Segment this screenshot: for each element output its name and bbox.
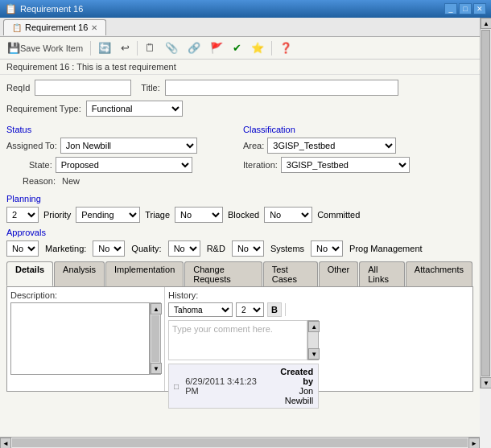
state-label: State: — [29, 160, 52, 170]
priority-select[interactable]: Pending — [76, 207, 140, 223]
help-button[interactable]: ❓ — [275, 39, 296, 57]
attach-icon: 📎 — [165, 42, 178, 54]
check-icon: ✔ — [233, 42, 241, 54]
document-tab-bar: 📋 Requirement 16 ✕ — [0, 18, 491, 37]
tab-analysis[interactable]: Analysis — [54, 261, 105, 286]
tab-other[interactable]: Other — [319, 261, 359, 286]
bold-button[interactable]: B — [267, 302, 282, 317]
maximize-button[interactable]: □ — [459, 3, 472, 14]
main-scrollbar-horizontal: ◄ ► — [0, 437, 480, 448]
approvals-row: No Marketing: No Quality: No R&D No Syst… — [6, 240, 473, 257]
toolbar: 💾 Save Work Item 🔄 ↩ 🗒 📎 🔗 🚩 — [0, 37, 480, 60]
tab-icon: 📋 — [12, 23, 22, 32]
history-date: 6/29/2011 3:41:23 PM — [185, 376, 261, 396]
tab-details[interactable]: Details — [6, 261, 53, 286]
history-label: History: — [168, 290, 319, 300]
reqid-input[interactable]: 1.3 — [35, 80, 131, 96]
systems-select[interactable]: No — [311, 240, 343, 257]
main-scrollbar-vertical: ▲ ▼ — [480, 18, 491, 388]
desc-scroll-up[interactable]: ▲ — [151, 303, 162, 314]
toolbar-icon4-button[interactable]: 🚩 — [206, 39, 227, 57]
copy-icon: 🗒 — [145, 42, 155, 54]
approvals-main-select[interactable]: No — [6, 240, 39, 257]
scroll-left-button[interactable]: ◄ — [0, 438, 11, 448]
state-field: State: Proposed — [6, 157, 237, 173]
history-entry-row: □ 6/29/2011 3:41:23 PM Created by Jon Ne… — [168, 364, 319, 409]
toolbar-icon6-button[interactable]: ⭐ — [247, 39, 268, 57]
tab-close-button[interactable]: ✕ — [91, 23, 97, 32]
comment-area: Type your comment here. ▲ ▼ — [168, 320, 319, 360]
reqtype-select[interactable]: Functional — [86, 101, 183, 117]
comment-box[interactable]: Type your comment here. — [168, 320, 307, 360]
rd-label: R&D — [207, 244, 225, 253]
iteration-label: Iteration: — [243, 160, 278, 170]
rd-select[interactable]: No — [232, 240, 264, 257]
history-checkbox-icon: □ — [174, 382, 179, 391]
toolbar-separator-3 — [271, 41, 272, 55]
quality-select[interactable]: No — [168, 240, 200, 257]
toolbar-icon3-button[interactable]: 🔗 — [184, 39, 204, 57]
comment-scroll-track — [308, 332, 318, 348]
tab-test-cases[interactable]: Test Cases — [263, 261, 318, 286]
comment-scroll-up[interactable]: ▲ — [308, 321, 320, 332]
refresh-button[interactable]: 🔄 — [94, 39, 115, 57]
tab-attachments[interactable]: Attachments — [406, 261, 472, 286]
refresh-icon: 🔄 — [98, 42, 111, 54]
approvals-section: Approvals No Marketing: No Quality: No R… — [6, 228, 473, 257]
tab-implementation[interactable]: Implementation — [105, 261, 184, 286]
font-select[interactable]: Tahoma — [168, 302, 233, 317]
title-bar: 📋 Requirement 16 _ □ ✕ — [0, 0, 491, 18]
description-editor: ▲ ▼ — [10, 302, 161, 375]
toolbar-icon2-button[interactable]: 📎 — [161, 39, 182, 57]
classification-header: Classification — [243, 125, 473, 134]
planning-row: 2 Priority Pending Triage No Blocked No … — [6, 207, 473, 223]
triage-select[interactable]: No — [175, 207, 223, 223]
save-icon: 💾 — [7, 42, 20, 54]
undo-button[interactable]: ↩ — [117, 39, 134, 57]
history-author: Created by Jon Newbill — [274, 367, 313, 405]
iteration-select[interactable]: 3GISP_Testbed — [281, 157, 410, 173]
toolbar-icon1-button[interactable]: 🗒 — [141, 39, 159, 57]
tab-content-area: Description: ▲ ▼ — [6, 287, 473, 392]
scroll-thumb[interactable] — [481, 30, 490, 376]
planning-num-select[interactable]: 2 — [6, 207, 39, 223]
blocked-label: Blocked — [228, 210, 259, 220]
close-button[interactable]: ✕ — [473, 3, 486, 14]
description-label: Description: — [10, 290, 161, 300]
reason-value: New — [62, 176, 80, 186]
marketing-select[interactable]: No — [93, 240, 125, 257]
undo-icon: ↩ — [121, 42, 130, 54]
history-formatting-toolbar: Tahoma 2 B — [168, 302, 319, 317]
systems-label: Systems — [270, 244, 304, 253]
approvals-header: Approvals — [6, 228, 473, 237]
description-textarea[interactable] — [10, 302, 150, 375]
comment-scroll-down[interactable]: ▼ — [308, 348, 320, 360]
main-form: ReqId 1.3 Title: This is a test requirem… — [0, 75, 480, 446]
area-select[interactable]: 3GISP_Testbed — [267, 138, 396, 154]
title-input[interactable]: This is a test requirement — [165, 80, 398, 96]
assigned-to-select[interactable]: Jon Newbill — [60, 138, 197, 154]
tab-change-requests[interactable]: Change Requests — [184, 261, 262, 286]
scroll-down-button[interactable]: ▼ — [481, 377, 491, 388]
reqid-title-row: ReqId 1.3 Title: This is a test requirem… — [6, 80, 473, 96]
quality-label: Quality: — [131, 244, 161, 253]
state-select[interactable]: Proposed — [56, 157, 192, 173]
triage-label: Triage — [145, 210, 170, 220]
comment-placeholder: Type your comment here. — [172, 324, 273, 334]
toolbar-icon5-button[interactable]: ✔ — [229, 39, 246, 57]
planning-section: Planning 2 Priority Pending Triage No Bl… — [6, 194, 473, 223]
history-pane: History: Tahoma 2 B — [165, 287, 322, 391]
blocked-select[interactable]: No — [264, 207, 312, 223]
minimize-button[interactable]: _ — [444, 3, 457, 14]
scroll-up-button[interactable]: ▲ — [481, 18, 491, 29]
desc-scroll-down[interactable]: ▼ — [151, 363, 162, 374]
document-tab-label: Requirement 16 — [25, 23, 88, 32]
scroll-right-button[interactable]: ► — [468, 438, 480, 448]
save-workitem-button[interactable]: 💾 Save Work Item — [3, 39, 87, 57]
help-icon: ❓ — [279, 42, 292, 54]
title-label: Title: — [141, 83, 159, 92]
document-tab[interactable]: 📋 Requirement 16 ✕ — [3, 19, 106, 35]
window-icon: 📋 — [5, 3, 17, 14]
tab-all-links[interactable]: All Links — [359, 261, 405, 286]
size-select[interactable]: 2 — [236, 302, 264, 317]
